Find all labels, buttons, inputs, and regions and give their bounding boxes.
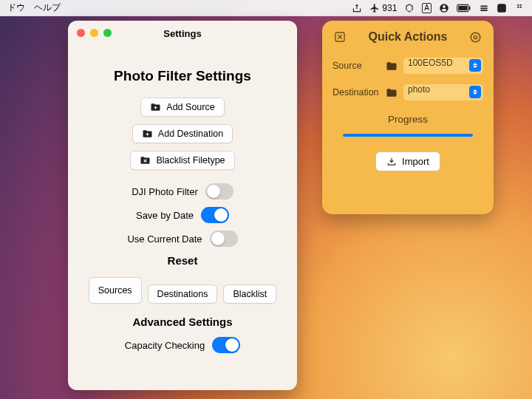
button-label: Blacklist Filetype xyxy=(156,155,225,166)
svg-point-6 xyxy=(474,35,477,38)
save-by-date-toggle[interactable] xyxy=(201,207,229,223)
reset-destinations-button[interactable]: Destinations xyxy=(148,284,218,304)
page-title: Photo Filter Settings xyxy=(114,68,251,84)
svg-rect-1 xyxy=(458,5,467,10)
settings-window: Settings Photo Filter Settings Add Sourc… xyxy=(68,21,297,390)
dji-photo-filter-toggle[interactable] xyxy=(205,183,233,200)
folder-x-icon xyxy=(140,156,151,165)
folder-icon xyxy=(386,88,398,98)
section-heading-advanced: Advanced Settings xyxy=(132,316,232,328)
add-source-button[interactable]: Add Source xyxy=(140,98,224,117)
dropbox-icon[interactable] xyxy=(514,3,525,13)
source-select[interactable]: 100EOS5D xyxy=(403,58,483,74)
menubar: ドウ ヘルプ 931 A xyxy=(0,0,532,16)
share-icon[interactable] xyxy=(352,3,362,13)
button-label: Add Destination xyxy=(158,129,223,139)
download-icon xyxy=(386,157,397,167)
button-label: Destinations xyxy=(157,289,208,299)
destination-select[interactable]: photo xyxy=(403,84,483,100)
hex-icon[interactable] xyxy=(404,3,415,13)
user-icon[interactable] xyxy=(439,3,449,13)
folder-plus-icon xyxy=(142,129,153,138)
svg-rect-3 xyxy=(497,4,506,13)
folder-icon xyxy=(386,61,398,71)
blacklist-filetype-button[interactable]: Blacklist Filetype xyxy=(130,151,234,170)
source-field-label: Source xyxy=(332,61,380,71)
add-destination-button[interactable]: Add Destination xyxy=(132,124,233,143)
toggle-label: Capacity Checking xyxy=(125,340,205,351)
button-label: Import xyxy=(402,156,429,167)
reset-blacklist-button[interactable]: Blacklist xyxy=(223,284,276,304)
airplane-mode-icon[interactable]: 931 xyxy=(369,3,397,13)
zoom-button[interactable] xyxy=(103,29,112,37)
desktop: ドウ ヘルプ 931 A xyxy=(0,0,532,399)
minimize-button[interactable] xyxy=(90,29,98,37)
menubar-item[interactable]: ドウ xyxy=(7,1,25,14)
airplane-count: 931 xyxy=(382,3,397,13)
toggle-label: DJI Photo Filter xyxy=(132,186,198,197)
use-current-date-toggle[interactable] xyxy=(210,231,238,247)
select-value: 100EOS5D xyxy=(408,58,453,68)
toggle-label: Use Current Date xyxy=(127,233,202,245)
panel-title: Quick Actions xyxy=(369,30,448,44)
progress-bar xyxy=(343,134,473,137)
select-value: photo xyxy=(408,84,430,95)
button-label: Sources xyxy=(98,285,132,296)
section-heading-reset: Reset xyxy=(168,254,198,267)
chevron-updown-icon xyxy=(469,86,481,98)
close-button[interactable] xyxy=(77,29,85,37)
close-icon[interactable] xyxy=(332,30,347,44)
chevron-updown-icon xyxy=(469,59,481,72)
toggle-label: Save by Date xyxy=(136,210,194,221)
svg-rect-2 xyxy=(469,6,471,10)
folder-plus-icon xyxy=(150,103,161,112)
battery-icon[interactable] xyxy=(457,3,471,13)
reset-sources-button[interactable]: Sources xyxy=(89,277,142,304)
menubar-extra-icon[interactable] xyxy=(479,3,489,13)
button-label: Blacklist xyxy=(233,289,267,299)
button-label: Add Source xyxy=(166,102,214,112)
gear-icon[interactable] xyxy=(468,30,483,44)
progress-label: Progress xyxy=(332,114,483,125)
menubar-item[interactable]: ヘルプ xyxy=(34,1,61,14)
import-button[interactable]: Import xyxy=(375,151,440,171)
destination-field-label: Destination xyxy=(332,87,380,98)
line-app-icon[interactable] xyxy=(497,3,507,13)
input-source-icon[interactable]: A xyxy=(422,3,432,13)
titlebar[interactable]: Settings xyxy=(68,21,297,46)
quick-actions-panel: Quick Actions Source 100EOS5D Destinatio… xyxy=(322,21,494,214)
window-title: Settings xyxy=(163,28,201,39)
capacity-checking-toggle[interactable] xyxy=(212,337,240,353)
